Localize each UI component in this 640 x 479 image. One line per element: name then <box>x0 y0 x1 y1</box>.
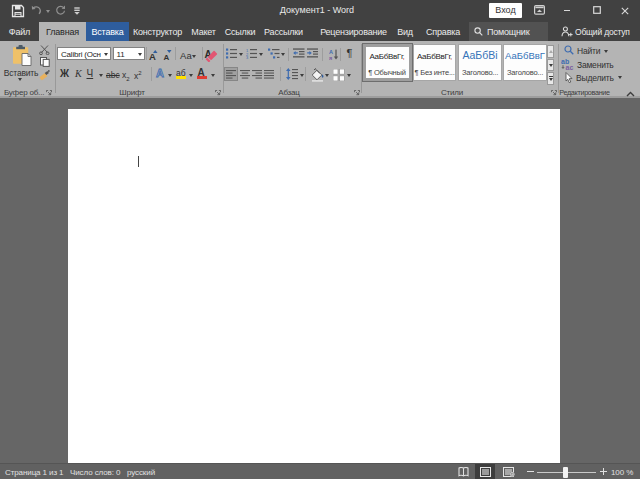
svg-text:ac: ac <box>566 63 574 70</box>
svg-text:я: я <box>329 54 332 59</box>
svg-text:3: 3 <box>246 55 249 59</box>
